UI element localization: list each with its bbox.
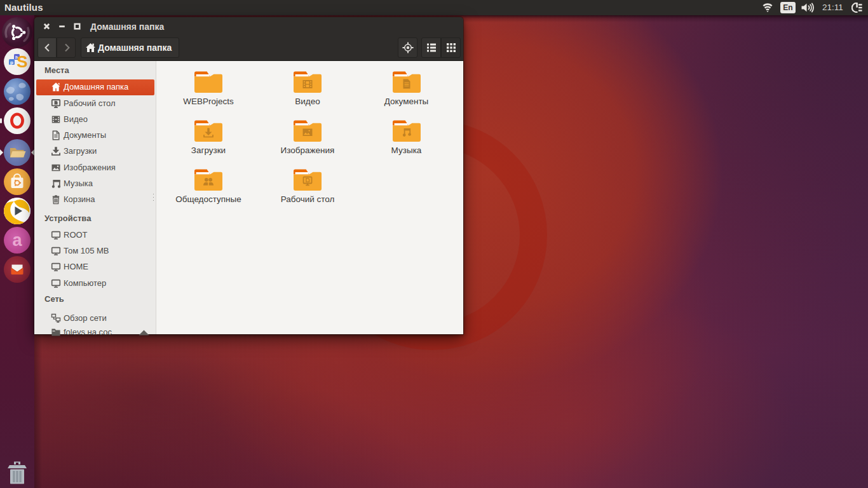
svg-text:a: a	[12, 231, 22, 250]
svg-text:p: p	[10, 60, 13, 65]
svg-text:S: S	[17, 52, 27, 71]
